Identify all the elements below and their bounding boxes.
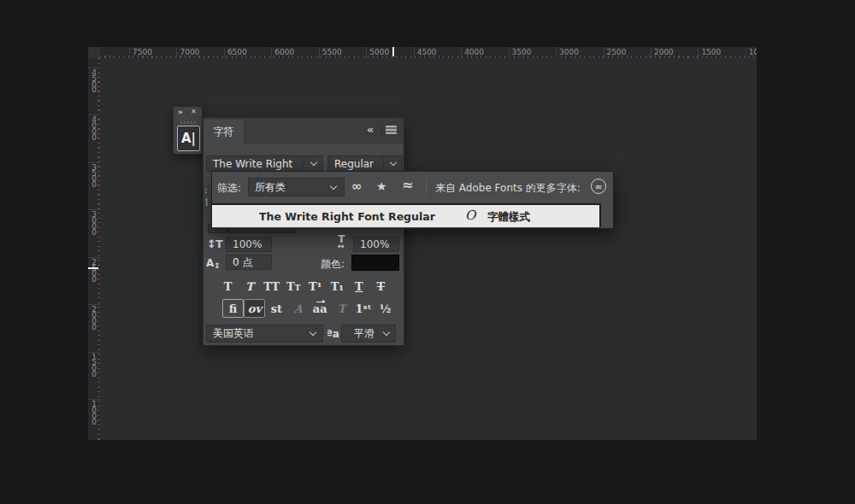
ruler-label: 4 0 0 0: [91, 117, 97, 140]
expand-dock-icon[interactable]: »: [178, 108, 183, 116]
ruler-label: 2 5 0 0: [91, 260, 97, 283]
collapse-panel-icon[interactable]: «: [367, 123, 374, 136]
chevron-down-icon: [389, 159, 396, 166]
stylistic-alternates-button[interactable]: aa: [310, 299, 331, 318]
contextual-alternates-button[interactable]: ov: [244, 299, 265, 318]
horizontal-scale-icon-arrow: ↔: [338, 243, 345, 249]
more-fonts-label: 来自 Adobe Fonts 的更多字体:: [435, 181, 581, 196]
ruler-major-tick: [746, 47, 746, 58]
language-select[interactable]: 美国英语: [206, 325, 323, 343]
text-color-swatch[interactable]: [351, 255, 399, 271]
dock-gripper[interactable]: [180, 121, 197, 124]
character-panel-header: 字符 «: [203, 118, 404, 144]
ruler-major-tick: [414, 47, 415, 58]
ruler-major-tick: [129, 47, 130, 58]
ruler-label: 1 0 0 0: [91, 401, 97, 425]
chevron-down-icon: [330, 182, 337, 189]
small-caps-main: T: [286, 280, 295, 293]
font-family-value: The Write Right: [207, 158, 292, 170]
style-buttons-row: T T TT TT T¹ T₁ T T: [218, 280, 391, 295]
ruler-label: 3 5 0 0: [91, 165, 97, 188]
ruler-label: 6500: [227, 48, 247, 56]
ruler-cursor-marker-x: [392, 47, 394, 56]
small-caps-button[interactable]: TT: [284, 280, 304, 295]
language-value: 美国英语: [207, 326, 254, 341]
filter-bar-divider: [426, 179, 427, 196]
font-sample-text: 字體樣式: [487, 210, 530, 225]
ruler-label: 4 5 0 0: [91, 70, 97, 93]
ruler-major-tick: [509, 47, 510, 58]
hidden-row-fragment: \: [204, 196, 208, 208]
baseline-icon-arrow: ↕: [214, 261, 221, 270]
font-picker-popup: 筛选: 所有类 ∞ ★ ≈ 来自 Adobe Fonts 的更多字体: ∞ Th…: [211, 171, 614, 229]
ruler-label: 2 0 0 0: [91, 307, 97, 330]
character-panel-icon[interactable]: A|: [177, 126, 200, 151]
show-similar-icon[interactable]: ≈: [402, 177, 413, 193]
panel-menu-icon[interactable]: [386, 126, 397, 134]
baseline-shift-icon: A↕: [206, 257, 221, 270]
ruler-label: 6000: [274, 48, 294, 56]
faux-italic-button[interactable]: T: [240, 280, 260, 295]
cc-glyph: ∞: [595, 182, 602, 191]
vertical-ruler[interactable]: 4 5 0 04 0 0 03 5 0 03 0 0 02 5 0 02 0 0…: [88, 58, 100, 440]
stylistic-glyph: aa: [313, 302, 327, 315]
font-style-value: Regular: [328, 158, 374, 170]
discretionary-ligatures-button[interactable]: st: [266, 299, 287, 318]
filter-label: 筛选:: [217, 181, 241, 196]
creative-cloud-icon[interactable]: ∞: [351, 179, 363, 194]
strikethrough-button[interactable]: T: [371, 280, 391, 295]
superscript-button[interactable]: T¹: [305, 280, 325, 295]
opentype-buttons-row: fi ov st A aa T 1ˢᵗ ½: [222, 299, 396, 318]
font-family-select[interactable]: The Write Right: [206, 155, 323, 172]
font-list-item-selected[interactable]: The Write Right Font Regular O 字體樣式: [212, 203, 601, 227]
filter-class-value: 所有类: [249, 180, 286, 195]
horizontal-scale-icon: T ↔: [338, 236, 345, 249]
ruler-major-tick: [698, 47, 699, 58]
chevron-down-icon: [383, 329, 390, 336]
ruler-major-tick: [461, 47, 462, 58]
font-style-select[interactable]: Regular: [327, 155, 403, 172]
ordinals-button[interactable]: 1ˢᵗ: [353, 299, 374, 318]
header-divider: [381, 125, 382, 136]
photoshop-workspace: 7500700065006000550050004500400035003000…: [0, 0, 855, 504]
ruler-label: 3000: [559, 48, 579, 56]
all-caps-button[interactable]: TT: [262, 280, 281, 295]
fractions-button[interactable]: ½: [374, 299, 396, 318]
ruler-label: 5500: [322, 48, 342, 56]
ruler-label: 7000: [180, 48, 199, 56]
ruler-label: 7500: [133, 48, 152, 56]
adobe-fonts-cc-icon[interactable]: ∞: [591, 179, 606, 194]
subscript-button[interactable]: T₁: [327, 280, 347, 295]
ruler-corner[interactable]: [88, 47, 100, 58]
antialias-value: 平滑: [342, 326, 374, 341]
chevron-down-icon: [310, 159, 316, 166]
horizontal-ruler[interactable]: 7500700065006000550050004500400035003000…: [100, 47, 757, 58]
ruler-label: 4500: [417, 48, 437, 56]
antialias-select[interactable]: 平滑: [341, 325, 396, 343]
close-dock-icon[interactable]: ✕: [191, 108, 197, 115]
favorites-star-icon[interactable]: ★: [376, 179, 387, 193]
underline-button[interactable]: T: [349, 280, 369, 295]
ruler-label: 2000: [654, 48, 674, 56]
icon-dock-header: » ✕: [174, 107, 202, 118]
filter-class-select[interactable]: 所有类: [248, 178, 345, 196]
icon-dock-panel: » ✕ A|: [173, 106, 203, 155]
font-style-dropdown[interactable]: [383, 156, 402, 171]
baseline-icon-letter: A: [206, 257, 214, 269]
horizontal-scale-input[interactable]: 100%: [353, 237, 399, 252]
color-label: 颜色:: [321, 257, 345, 272]
baseline-shift-input[interactable]: 0 点: [226, 255, 272, 270]
ruler-major-tick: [176, 47, 177, 58]
ornaments-button[interactable]: T: [331, 299, 352, 318]
vertical-scale-input[interactable]: 100%: [226, 237, 272, 252]
ruler-label: 5000: [369, 48, 389, 56]
tab-character[interactable]: 字符: [203, 120, 244, 144]
standard-ligatures-button[interactable]: fi: [222, 299, 244, 318]
ruler-major-tick: [271, 47, 272, 58]
ruler-major-tick: [651, 47, 652, 58]
ruler-major-tick: [366, 47, 367, 58]
faux-bold-button[interactable]: T: [218, 280, 238, 295]
font-family-dropdown[interactable]: [304, 156, 322, 171]
swash-button[interactable]: A: [287, 299, 309, 318]
font-list-item-name: The Write Right Font Regular: [259, 210, 435, 223]
